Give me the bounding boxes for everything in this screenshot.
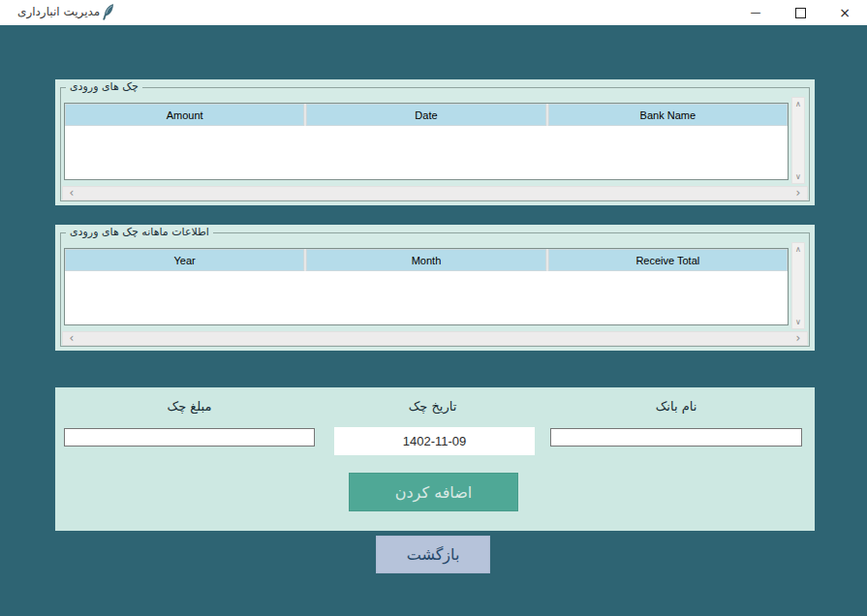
amount-label: مبلغ چک bbox=[64, 399, 315, 414]
scroll-right-icon[interactable]: › bbox=[791, 332, 805, 345]
date-input[interactable] bbox=[334, 427, 535, 455]
groupbox-incoming-title: چک های ورودی bbox=[66, 80, 142, 94]
date-label: تاریخ چک bbox=[334, 399, 531, 414]
incoming-table-header: Amount Date Bank Name bbox=[65, 104, 788, 126]
add-button[interactable]: اضافه کردن bbox=[349, 473, 518, 511]
back-button[interactable]: بازگشت bbox=[376, 536, 490, 573]
tk-feather-icon bbox=[102, 4, 114, 20]
column-header-receive-total[interactable]: Receive Total bbox=[548, 249, 788, 271]
monthly-vertical-scrollbar[interactable]: ∧ ∨ bbox=[791, 242, 805, 329]
column-header-amount[interactable]: Amount bbox=[65, 104, 304, 126]
maximize-icon bbox=[795, 8, 806, 18]
scroll-left-icon[interactable]: ‹ bbox=[65, 187, 78, 200]
monthly-table-header: Year Month Receive Total bbox=[65, 249, 788, 271]
column-header-date[interactable]: Date bbox=[306, 104, 545, 126]
monthly-table-body bbox=[65, 271, 788, 324]
monthly-horizontal-scrollbar[interactable]: ‹ › bbox=[62, 331, 808, 346]
scroll-right-icon[interactable]: › bbox=[791, 187, 805, 200]
incoming-table-body bbox=[65, 126, 788, 179]
scroll-down-icon[interactable]: ∨ bbox=[792, 170, 804, 183]
incoming-vertical-scrollbar[interactable]: ∧ ∨ bbox=[791, 97, 805, 184]
amount-input[interactable] bbox=[64, 428, 315, 447]
bank-input[interactable] bbox=[550, 428, 802, 447]
app-window: مدیریت انبارداری — × چک های ورودی Amount bbox=[0, 0, 867, 616]
window-controls: — × bbox=[733, 0, 867, 25]
close-icon: × bbox=[839, 6, 851, 19]
scroll-left-icon[interactable]: ‹ bbox=[65, 332, 78, 345]
incoming-horizontal-scrollbar[interactable]: ‹ › bbox=[62, 186, 808, 200]
groupbox-monthly-info: اطلاعات ماهانه چک های ورودی Year Month R… bbox=[55, 225, 815, 351]
groupbox-incoming-checks: چک های ورودی Amount Date Bank Name ∧ ∨ ‹… bbox=[55, 79, 815, 205]
column-header-bank-name[interactable]: Bank Name bbox=[548, 104, 788, 126]
scroll-up-icon[interactable]: ∧ bbox=[792, 243, 804, 256]
incoming-checks-table: Amount Date Bank Name bbox=[64, 103, 789, 180]
close-button[interactable]: × bbox=[822, 0, 867, 25]
check-entry-panel: مبلغ چک تاریخ چک نام بانک اضافه کردن bbox=[55, 387, 815, 531]
column-header-year[interactable]: Year bbox=[65, 249, 304, 271]
title-bar: مدیریت انبارداری — × bbox=[0, 0, 867, 25]
scroll-down-icon[interactable]: ∨ bbox=[792, 316, 804, 328]
minimize-button[interactable]: — bbox=[733, 0, 778, 25]
minimize-icon: — bbox=[751, 7, 761, 17]
groupbox-monthly-title: اطلاعات ماهانه چک های ورودی bbox=[66, 226, 213, 239]
bank-label: نام بانک bbox=[550, 399, 802, 414]
column-header-month[interactable]: Month bbox=[306, 249, 545, 271]
monthly-info-table: Year Month Receive Total bbox=[64, 248, 789, 325]
scroll-up-icon[interactable]: ∧ bbox=[792, 98, 804, 110]
maximize-button[interactable] bbox=[778, 0, 822, 25]
window-title: مدیریت انبارداری bbox=[17, 5, 100, 18]
